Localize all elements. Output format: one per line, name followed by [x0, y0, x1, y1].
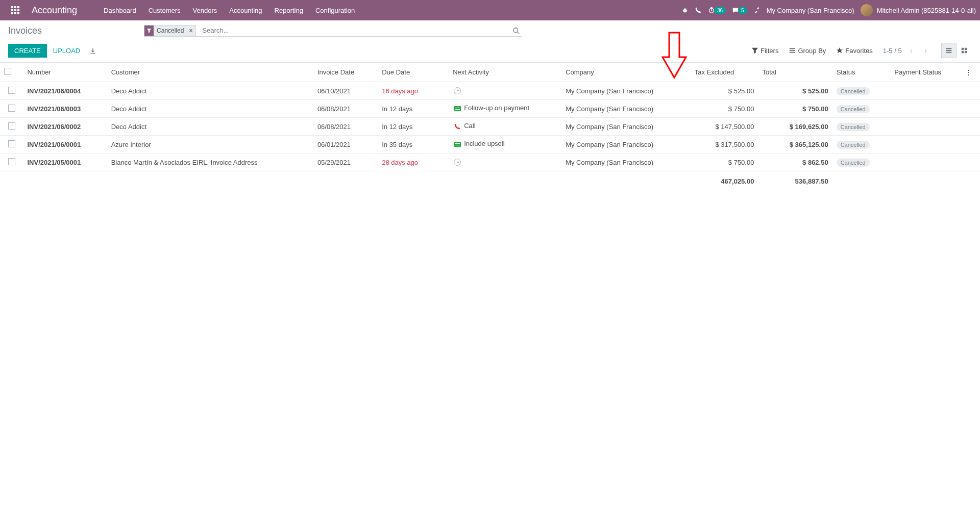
cell-total: $ 750.00 [758, 100, 832, 118]
svg-rect-7 [454, 106, 461, 111]
list-view-icon[interactable] [941, 43, 957, 58]
user-menu[interactable]: Mitchell Admin (8525881-14-0-all) [861, 4, 976, 16]
pager-prev-icon[interactable]: ‹ [906, 44, 917, 57]
bug-icon[interactable] [681, 7, 689, 14]
tools-icon[interactable] [753, 7, 761, 14]
cell-company: My Company (San Francisco) [561, 154, 691, 171]
cell-payment-status [890, 118, 961, 136]
pager-text[interactable]: 1-5 / 5 [883, 47, 902, 55]
clock-icon[interactable] [453, 158, 462, 167]
timer-badge: 36 [714, 7, 726, 14]
favorites-dropdown[interactable]: Favorites [836, 47, 872, 55]
document-icon[interactable] [453, 140, 462, 149]
clock-icon[interactable] [453, 86, 462, 95]
row-checkbox[interactable] [0, 136, 23, 154]
th-total[interactable]: Total [758, 63, 832, 82]
cell-status: Cancelled [832, 82, 891, 100]
control-panel: Invoices Cancelled × Create Upload [0, 20, 980, 63]
groupby-dropdown[interactable]: Group By [789, 47, 826, 55]
table-row[interactable]: INV/2021/06/0004 Deco Addict 06/10/2021 … [0, 82, 980, 100]
cell-next-activity [449, 154, 561, 171]
nav-configuration[interactable]: Configuration [309, 2, 361, 19]
cell-customer: Azure Interior [107, 136, 313, 154]
row-checkbox[interactable] [0, 82, 23, 100]
apps-menu-icon[interactable] [9, 4, 21, 16]
cell-status: Cancelled [832, 154, 891, 171]
create-button[interactable]: Create [8, 44, 47, 58]
table-row[interactable]: INV/2021/05/0001 Blanco Martín & Asociad… [0, 154, 980, 171]
th-next-activity[interactable]: Next Activity [449, 63, 561, 82]
remove-filter-icon[interactable]: × [186, 27, 195, 34]
cell-company: My Company (San Francisco) [561, 136, 691, 154]
cell-number: INV/2021/06/0002 [23, 118, 107, 136]
chat-icon[interactable]: 5 [732, 7, 747, 14]
cell-total: $ 525.00 [758, 82, 832, 100]
phone-icon[interactable] [453, 122, 462, 131]
cell-invoice-date: 05/29/2021 [313, 154, 378, 171]
cell-invoice-date: 06/10/2021 [313, 82, 378, 100]
cell-status: Cancelled [832, 118, 891, 136]
nav-menu: Dashboard Customers Vendors Accounting R… [97, 2, 361, 19]
cell-next-activity: Call [449, 118, 561, 136]
cell-due-date: In 12 days [378, 118, 449, 136]
filters-dropdown[interactable]: Filters [751, 47, 778, 55]
nav-customers[interactable]: Customers [142, 2, 187, 19]
table-row[interactable]: INV/2021/06/0003 Deco Addict 06/08/2021 … [0, 100, 980, 118]
row-checkbox[interactable] [0, 118, 23, 136]
cell-next-activity: Include upsell [449, 136, 561, 154]
invoice-list-table: Number Customer Invoice Date Due Date Ne… [0, 63, 980, 189]
pager-next-icon[interactable]: › [920, 44, 931, 57]
th-tax-excluded[interactable]: Tax Excluded [691, 63, 758, 82]
select-all-checkbox[interactable] [0, 63, 23, 82]
search-bar[interactable]: Cancelled × [144, 24, 522, 37]
cell-due-date: In 12 days [378, 100, 449, 118]
cell-payment-status [890, 154, 961, 171]
svg-rect-3 [962, 48, 964, 50]
nav-dashboard[interactable]: Dashboard [97, 2, 142, 19]
cell-due-date: In 35 days [378, 136, 449, 154]
cell-total: $ 862.50 [758, 154, 832, 171]
th-customer[interactable]: Customer [107, 63, 313, 82]
cell-payment-status [890, 136, 961, 154]
document-icon[interactable] [453, 104, 462, 113]
cell-customer: Deco Addict [107, 118, 313, 136]
svg-rect-9 [455, 109, 460, 110]
nav-vendors[interactable]: Vendors [187, 2, 224, 19]
cell-due-date: 28 days ago [378, 154, 449, 171]
row-checkbox[interactable] [0, 100, 23, 118]
svg-point-2 [513, 28, 518, 33]
phone-icon[interactable] [695, 7, 702, 14]
svg-rect-11 [455, 143, 460, 144]
cell-next-activity [449, 82, 561, 100]
th-status[interactable]: Status [832, 63, 891, 82]
cell-tax-excluded: $ 147,500.00 [691, 118, 758, 136]
svg-rect-5 [962, 51, 964, 53]
cell-payment-status [890, 82, 961, 100]
upload-button[interactable]: Upload [53, 44, 80, 58]
kanban-view-icon[interactable] [957, 43, 972, 58]
column-options-icon[interactable]: ⋮ [961, 63, 980, 82]
table-row[interactable]: INV/2021/06/0001 Azure Interior 06/01/20… [0, 136, 980, 154]
table-row[interactable]: INV/2021/06/0002 Deco Addict 06/08/2021 … [0, 118, 980, 136]
th-company[interactable]: Company [561, 63, 691, 82]
th-payment-status[interactable]: Payment Status [890, 63, 961, 82]
cell-number: INV/2021/06/0003 [23, 100, 107, 118]
th-invoice-date[interactable]: Invoice Date [313, 63, 378, 82]
company-selector[interactable]: My Company (San Francisco) [767, 7, 854, 14]
search-icon[interactable] [510, 27, 522, 35]
cell-next-activity: Follow-up on payment [449, 100, 561, 118]
timer-icon[interactable]: 36 [708, 7, 726, 14]
cell-customer: Blanco Martín & Asociados EIRL, Invoice … [107, 154, 313, 171]
row-checkbox[interactable] [0, 154, 23, 171]
cell-number: INV/2021/06/0001 [23, 136, 107, 154]
th-number[interactable]: Number [23, 63, 107, 82]
th-due-date[interactable]: Due Date [378, 63, 449, 82]
top-navbar: Accounting Dashboard Customers Vendors A… [0, 0, 980, 20]
search-input[interactable] [198, 24, 510, 36]
cell-invoice-date: 06/01/2021 [313, 136, 378, 154]
nav-accounting[interactable]: Accounting [223, 2, 268, 19]
nav-reporting[interactable]: Reporting [268, 2, 309, 19]
download-icon[interactable] [86, 43, 100, 58]
svg-point-0 [683, 9, 687, 12]
cell-tax-excluded: $ 750.00 [691, 154, 758, 171]
